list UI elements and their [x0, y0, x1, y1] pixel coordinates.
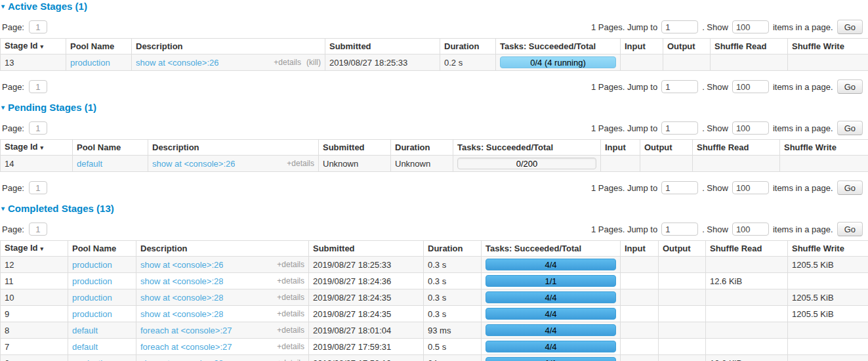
show-count-input[interactable]: [732, 121, 769, 135]
column-header-description[interactable]: Description: [136, 241, 309, 257]
table-row: 7defaultforeach at <console>:27+details2…: [1, 339, 868, 355]
kill-link[interactable]: (kill): [306, 58, 321, 68]
page-label: Page:: [2, 123, 24, 133]
description-link[interactable]: show at <console>:28: [140, 276, 223, 286]
description-link[interactable]: show at <console>:28: [140, 293, 223, 303]
page-number-input[interactable]: [29, 181, 47, 194]
pool-name-link[interactable]: production: [72, 276, 112, 286]
submitted-cell: 2019/08/27 17:56:10: [309, 355, 424, 361]
column-header-stage_id[interactable]: Stage Id▾: [1, 241, 68, 257]
pool-name-link[interactable]: production: [72, 260, 112, 270]
description-link[interactable]: show at <console>:28: [140, 358, 223, 361]
show-count-input[interactable]: [732, 223, 769, 236]
page-number-input[interactable]: [29, 80, 47, 93]
pool-name-link[interactable]: default: [77, 159, 102, 169]
description-link[interactable]: show at <console>:26: [136, 58, 218, 68]
column-header-description[interactable]: Description: [132, 39, 325, 54]
column-header-shuffle_read[interactable]: Shuffle Read: [706, 241, 788, 257]
stage-id-cell: 11: [1, 273, 68, 289]
details-link[interactable]: +details: [277, 293, 304, 303]
description-link[interactable]: foreach at <console>:27: [140, 326, 232, 335]
column-header-description[interactable]: Description: [148, 140, 319, 156]
show-count-input[interactable]: [732, 181, 769, 194]
go-button[interactable]: Go: [837, 20, 863, 34]
column-header-tasks[interactable]: Tasks: Succeeded/Total: [482, 241, 621, 257]
column-header-submitted[interactable]: Submitted: [325, 39, 440, 54]
pool-name-link[interactable]: default: [72, 326, 98, 335]
duration-cell: 93 ms: [424, 322, 482, 339]
pool-name-link[interactable]: production: [72, 358, 112, 361]
pool-name-link[interactable]: production: [72, 309, 112, 319]
pager: Page:1 Pages. Jump to. Showitems in a pa…: [0, 222, 868, 236]
column-header-shuffle_write[interactable]: Shuffle Write: [780, 140, 868, 156]
jump-to-input[interactable]: [661, 80, 698, 93]
progress-label: 1/1: [486, 358, 615, 361]
description-link[interactable]: foreach at <console>:27: [140, 342, 232, 352]
page-number-input[interactable]: [29, 20, 47, 33]
column-header-input[interactable]: Input: [621, 241, 659, 257]
description-link[interactable]: show at <console>:28: [140, 309, 223, 319]
pager: Page:1 Pages. Jump to. Showitems in a pa…: [0, 79, 868, 94]
column-header-output[interactable]: Output: [659, 241, 706, 257]
column-header-shuffle_write[interactable]: Shuffle Write: [788, 39, 868, 54]
column-header-pool[interactable]: Pool Name: [66, 39, 132, 54]
details-link[interactable]: +details: [277, 342, 304, 352]
details-link[interactable]: +details: [277, 309, 304, 319]
details-link[interactable]: +details: [274, 58, 301, 68]
column-header-tasks[interactable]: Tasks: Succeeded/Total: [453, 140, 601, 156]
pager: Page:1 Pages. Jump to. Showitems in a pa…: [0, 20, 868, 34]
section-header-completed[interactable]: ▾Completed Stages (13): [1, 203, 868, 214]
table-row: 8defaultforeach at <console>:27+details2…: [1, 322, 868, 339]
column-header-pool[interactable]: Pool Name: [68, 241, 136, 257]
column-header-duration[interactable]: Duration: [391, 140, 453, 156]
pool-name-link[interactable]: production: [70, 58, 110, 68]
details-link[interactable]: +details: [277, 260, 304, 270]
column-header-shuffle_read[interactable]: Shuffle Read: [693, 140, 780, 156]
column-header-pool[interactable]: Pool Name: [73, 140, 148, 156]
section-title[interactable]: Active Stages (1): [8, 1, 87, 12]
go-button[interactable]: Go: [837, 180, 863, 195]
jump-to-input[interactable]: [661, 223, 698, 236]
section-title[interactable]: Completed Stages (13): [8, 203, 114, 214]
column-header-duration[interactable]: Duration: [424, 241, 482, 257]
show-count-input[interactable]: [732, 80, 769, 93]
go-button[interactable]: Go: [837, 222, 863, 236]
go-button[interactable]: Go: [837, 79, 863, 94]
progress-label: 4/4: [486, 325, 615, 335]
column-header-output[interactable]: Output: [640, 140, 693, 156]
column-header-stage_id[interactable]: Stage Id▾: [1, 39, 66, 54]
column-header-input[interactable]: Input: [601, 140, 640, 156]
jump-to-input[interactable]: [661, 181, 698, 194]
column-header-shuffle_read[interactable]: Shuffle Read: [711, 39, 788, 54]
show-count-input[interactable]: [732, 20, 769, 33]
column-header-shuffle_write[interactable]: Shuffle Write: [788, 241, 868, 257]
details-link[interactable]: +details: [277, 276, 304, 286]
details-link[interactable]: +details: [287, 159, 314, 169]
table-row: 14defaultshow at <console>:26+detailsUnk…: [1, 156, 868, 172]
jump-to-input[interactable]: [661, 121, 698, 135]
jump-to-input[interactable]: [661, 20, 698, 33]
column-header-duration[interactable]: Duration: [440, 39, 496, 54]
column-header-output[interactable]: Output: [663, 39, 711, 54]
section-header-active[interactable]: ▾Active Stages (1): [1, 1, 868, 12]
pager-right: 1 Pages. Jump to. Showitems in a page.Go: [587, 121, 863, 135]
column-header-tasks[interactable]: Tasks: Succeeded/Total: [496, 39, 621, 54]
page-number-input[interactable]: [29, 223, 47, 236]
details-link[interactable]: +details: [277, 326, 304, 335]
column-header-stage_id[interactable]: Stage Id▾: [1, 140, 73, 156]
description-link[interactable]: show at <console>:26: [140, 260, 223, 270]
column-header-input[interactable]: Input: [621, 39, 663, 54]
section-header-pending[interactable]: ▾Pending Stages (1): [1, 102, 868, 113]
column-header-submitted[interactable]: Submitted: [319, 140, 391, 156]
column-header-submitted[interactable]: Submitted: [309, 241, 424, 257]
pool-name-link[interactable]: production: [72, 293, 112, 303]
output-cell: [659, 257, 706, 273]
pager-left: Page:: [2, 20, 47, 33]
go-button[interactable]: Go: [837, 121, 863, 135]
description-link[interactable]: show at <console>:26: [152, 159, 235, 169]
section-title[interactable]: Pending Stages (1): [8, 102, 96, 113]
header-row: Stage Id▾Pool NameDescriptionSubmittedDu…: [1, 39, 868, 54]
details-link[interactable]: +details: [277, 358, 304, 361]
page-number-input[interactable]: [29, 121, 47, 135]
pool-name-link[interactable]: default: [72, 342, 98, 352]
